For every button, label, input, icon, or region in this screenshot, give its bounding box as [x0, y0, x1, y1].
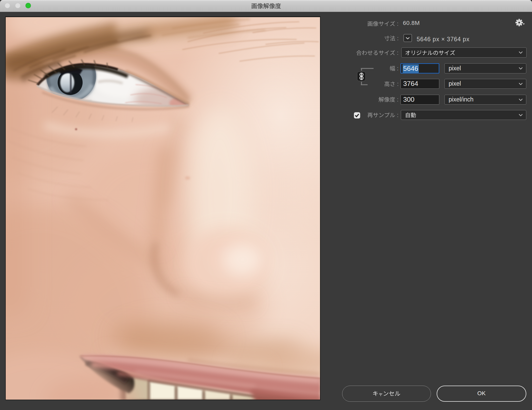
svg-text::: : — [397, 50, 398, 56]
svg-text::: : — [397, 97, 398, 103]
svg-text::: : — [397, 81, 399, 87]
svg-text::: : — [397, 35, 399, 42]
svg-text::: : — [397, 21, 398, 27]
svg-text::: : — [397, 112, 398, 118]
svg-text::: : — [397, 65, 398, 72]
